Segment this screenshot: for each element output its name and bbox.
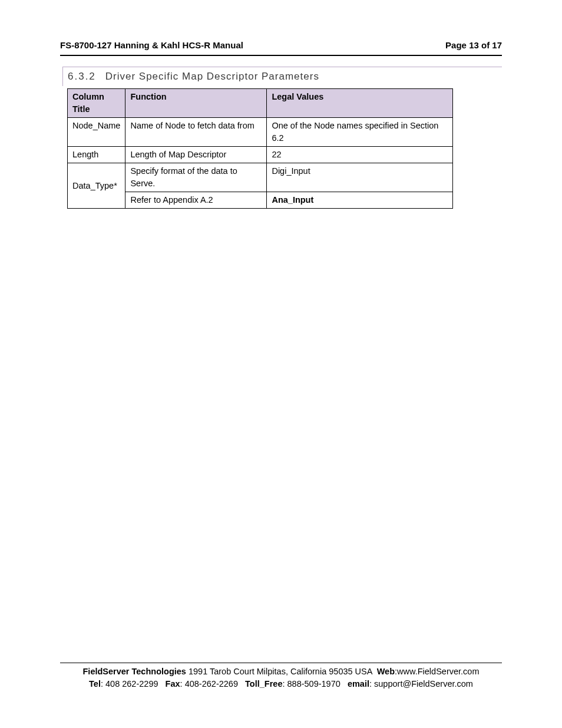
table-row: Data_Type* Specify format of the data to… [68, 163, 453, 192]
footer-tel-label: Tel [89, 679, 101, 689]
document-page: FS-8700-127 Hanning & Kahl HCS-R Manual … [0, 0, 562, 728]
footer-company: FieldServer Technologies [83, 667, 186, 676]
footer-email-label: email [348, 679, 369, 689]
table-row: Node_Name Name of Node to fetch data fro… [68, 118, 453, 147]
footer-fax-value: : 408-262-2269 [180, 679, 238, 689]
header-page-number: Page 13 of 17 [445, 40, 502, 50]
section-title: Driver Specific Map Descriptor Parameter… [105, 71, 319, 82]
footer-rule [60, 663, 502, 663]
cell-column-title: Node_Name [68, 118, 125, 147]
footer-web-label: Web [377, 667, 395, 676]
footer-text: FieldServer Technologies 1991 Tarob Cour… [60, 666, 502, 690]
cell-legal-values: One of the Node names specified in Secti… [267, 118, 453, 147]
table-header-column-title: Column Title [68, 89, 125, 118]
section-number: 6.3.2 [68, 71, 102, 83]
footer-tel-value: : 408 262-2299 [101, 679, 158, 689]
footer-fax-label: Fax [166, 679, 180, 689]
footer-email-value: : support@FieldServer.com [369, 679, 473, 689]
section-heading: 6.3.2 Driver Specific Map Descriptor Par… [68, 71, 319, 82]
cell-legal-values: Digi_Input [267, 163, 453, 192]
section: 6.3.2 Driver Specific Map Descriptor Par… [62, 67, 502, 209]
cell-function: Length of Map Descriptor [125, 147, 267, 163]
cell-function: Specify format of the data to Serve. [125, 163, 267, 192]
page-footer: FieldServer Technologies 1991 Tarob Cour… [60, 663, 502, 690]
table-header-function: Function [125, 89, 267, 118]
header-rule [60, 55, 502, 56]
footer-tollfree-value: : 888-509-1970 [282, 679, 340, 689]
page-header: FS-8700-127 Hanning & Kahl HCS-R Manual … [60, 40, 502, 55]
header-title: FS-8700-127 Hanning & Kahl HCS-R Manual [60, 40, 243, 50]
table-row: Refer to Appendix A.2 Ana_Input [68, 192, 453, 209]
cell-function: Refer to Appendix A.2 [125, 192, 267, 209]
cell-column-title: Data_Type* [68, 163, 125, 209]
cell-legal-values: 22 [267, 147, 453, 163]
cell-column-title: Length [68, 147, 125, 163]
table-row: Length Length of Map Descriptor 22 [68, 147, 453, 163]
cell-legal-values: Ana_Input [267, 192, 453, 209]
footer-web-value: :www.FieldServer.com [395, 667, 479, 676]
cell-function: Name of Node to fetch data from [125, 118, 267, 147]
table-header-legal-values: Legal Values [267, 89, 453, 118]
table-header-row: Column Title Function Legal Values [68, 89, 453, 118]
parameters-table: Column Title Function Legal Values Node_… [67, 88, 453, 209]
section-heading-container: 6.3.2 Driver Specific Map Descriptor Par… [62, 67, 502, 86]
footer-address: 1991 Tarob Court Milpitas, California 95… [189, 667, 372, 676]
footer-tollfree-label: Toll_Free [245, 679, 282, 689]
